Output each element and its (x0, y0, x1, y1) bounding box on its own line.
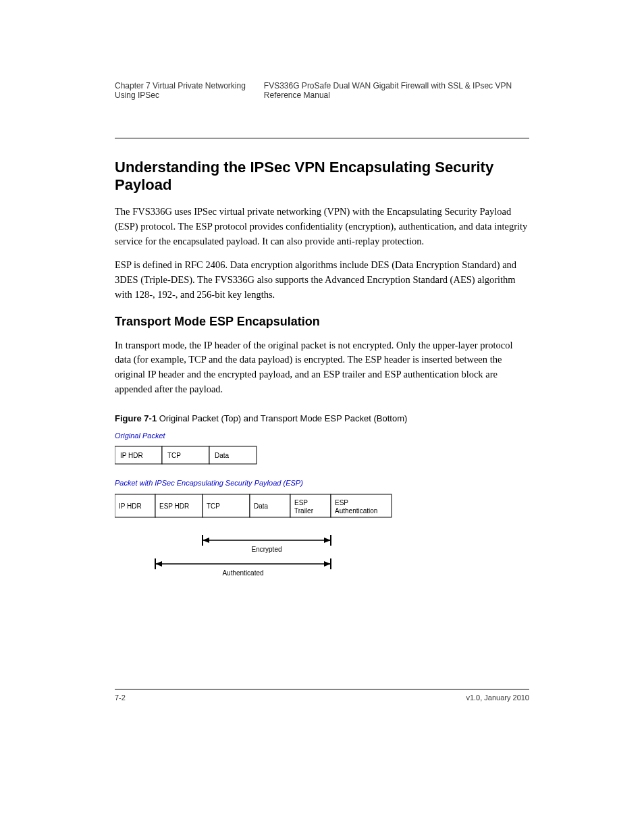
svg-text:ESP: ESP (294, 499, 308, 506)
original-packet-row: IP HDR TCP Data (115, 446, 257, 464)
svg-text:Trailer: Trailer (294, 507, 314, 515)
footer-version: v1.0, January 2010 (466, 694, 529, 702)
svg-marker-21 (155, 561, 162, 567)
esp-packet-row: IP HDR ESP HDR TCP Data ESP Trailer ESP … (115, 494, 392, 517)
section-heading: Understanding the IPSec VPN Encapsulatin… (115, 159, 529, 194)
orig-cell-0: IP HDR (120, 452, 143, 459)
encrypted-label: Encrypted (251, 546, 281, 553)
page-footer: 7-2 v1.0, January 2010 (115, 689, 529, 702)
esp-cell-3: Data (254, 502, 269, 510)
encrypted-range: Encrypted (203, 535, 331, 553)
body-paragraph-1: The FVS336G uses IPSec virtual private n… (115, 205, 529, 249)
svg-text:ESP: ESP (335, 499, 348, 506)
esp-cell-2: TCP (207, 502, 220, 510)
svg-marker-16 (203, 538, 209, 543)
header-left: Chapter 7 Virtual Private Networking Usi… (115, 81, 264, 100)
subsection-heading: Transport Mode ESP Encapsulation (115, 315, 529, 329)
esp-cell-0: IP HDR (119, 502, 142, 510)
svg-marker-17 (324, 538, 331, 543)
orig-cell-2: Data (215, 452, 230, 459)
diagram-caption-top: Original Packet (115, 432, 166, 440)
diagram-caption-mid: Packet with IPSec Encapsulating Security… (115, 479, 303, 487)
svg-text:Authentication: Authentication (335, 507, 377, 515)
footer-page-number: 7-2 (115, 694, 126, 702)
page-header: Chapter 7 Virtual Private Networking Usi… (115, 81, 529, 104)
figure-title: Original Packet (Top) and Transport Mode… (159, 413, 408, 423)
svg-marker-22 (324, 561, 331, 567)
authenticated-range: Authenticated (155, 558, 331, 577)
figure-number: Figure 7-1 (115, 413, 157, 423)
orig-cell-1: TCP (167, 452, 181, 459)
figure-caption: Figure 7-1 Original Packet (Top) and Tra… (115, 413, 529, 423)
body-paragraph-3: In transport mode, the IP header of the … (115, 338, 529, 397)
figure-diagram: Original Packet IP HDR TCP Data Packet w… (115, 430, 529, 595)
header-right: FVS336G ProSafe Dual WAN Gigabit Firewal… (264, 81, 529, 100)
esp-cell-1: ESP HDR (159, 502, 189, 510)
header-rule (115, 138, 529, 138)
body-paragraph-2: ESP is defined in RFC 2406. Data encrypt… (115, 258, 529, 302)
authenticated-label: Authenticated (222, 569, 263, 577)
